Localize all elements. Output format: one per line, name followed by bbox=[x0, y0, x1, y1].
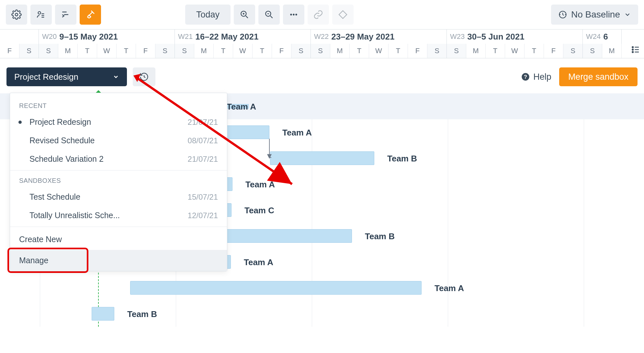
timeline-week-cell: W246 bbox=[583, 29, 622, 44]
dropdown-section-sandboxes: SANDBOXES bbox=[10, 172, 227, 188]
dropdown-create-new[interactable]: Create New bbox=[10, 229, 227, 250]
dropdown-divider bbox=[10, 227, 227, 227]
timeline-day-cell: S bbox=[447, 44, 466, 58]
timeline-day-cell: T bbox=[486, 44, 505, 58]
timeline-week-row: W209–15 May 2021 W2116–22 May 2021 W2223… bbox=[0, 29, 644, 44]
svg-point-8 bbox=[632, 47, 633, 48]
timeline-day-row: FSSMTWTFSSMTWTFSSMTWTFSSMTWTFSSM bbox=[0, 44, 644, 58]
indent-button[interactable] bbox=[55, 5, 76, 25]
settings-button[interactable] bbox=[6, 5, 27, 25]
indent-icon bbox=[61, 9, 71, 20]
timeline-day-cell: S bbox=[175, 44, 194, 58]
svg-text:?: ? bbox=[524, 74, 527, 80]
toc-button[interactable] bbox=[629, 43, 642, 56]
timeline-day-cell: S bbox=[563, 44, 583, 58]
timeline-day-cell: T bbox=[389, 44, 408, 58]
link-button[interactable] bbox=[308, 5, 329, 25]
timeline-day-cell: M bbox=[58, 44, 78, 58]
chevron-down-icon bbox=[113, 74, 119, 80]
people-button[interactable] bbox=[30, 5, 52, 25]
zoom-in-button[interactable] bbox=[234, 5, 255, 25]
timeline-day-cell: S bbox=[583, 44, 602, 58]
gantt-task-bar[interactable] bbox=[270, 151, 374, 165]
controls-left: Project Redesign RECENT Project Redesign… bbox=[6, 67, 155, 86]
timeline-day-cell: F bbox=[544, 44, 563, 58]
dropdown-item[interactable]: Totally Unrealistic Sche...12/07/21 bbox=[10, 206, 227, 225]
gantt-bar-label: Team B bbox=[365, 231, 395, 241]
timeline-day-cell: T bbox=[525, 44, 544, 58]
controls-right: ? Help Merge sandbox bbox=[521, 67, 638, 86]
milestone-button[interactable] bbox=[332, 5, 354, 25]
timeline-header: W209–15 May 2021 W2116–22 May 2021 W2223… bbox=[0, 29, 644, 58]
svg-point-6 bbox=[295, 14, 297, 15]
timeline-day-cell: M bbox=[602, 44, 622, 58]
dropdown-item[interactable]: Schedule Variation 221/07/21 bbox=[10, 150, 227, 168]
gantt-task-bar[interactable] bbox=[130, 281, 422, 295]
chevron-down-icon bbox=[624, 11, 631, 18]
dropdown-divider bbox=[10, 170, 227, 171]
timeline-day-cell: T bbox=[78, 44, 97, 58]
today-button[interactable]: Today bbox=[185, 5, 231, 25]
baseline-dropdown[interactable]: No Baseline bbox=[551, 5, 638, 25]
people-icon bbox=[36, 9, 46, 20]
project-dropdown-panel: RECENT Project Redesign21/07/21 Revised … bbox=[10, 93, 227, 271]
merge-sandbox-button[interactable]: Merge sandbox bbox=[559, 67, 638, 86]
timeline-day-cell: T bbox=[253, 44, 272, 58]
timeline-week-cell bbox=[0, 29, 39, 44]
timeline-day-cell: F bbox=[136, 44, 155, 58]
help-button[interactable]: ? Help bbox=[521, 72, 551, 82]
timeline-day-cell: T bbox=[214, 44, 233, 58]
help-icon: ? bbox=[521, 72, 530, 81]
dropdown-section-recent: RECENT bbox=[10, 98, 227, 113]
dropdown-item[interactable]: Revised Schedule08/07/21 bbox=[10, 131, 227, 150]
timeline-day-cell: W bbox=[505, 44, 525, 58]
gear-icon bbox=[11, 9, 22, 20]
history-button[interactable] bbox=[133, 67, 155, 86]
baseline-label: No Baseline bbox=[571, 9, 620, 20]
dropdown-item[interactable]: Test Schedule15/07/21 bbox=[10, 188, 227, 206]
gantt-bar-label: Team A bbox=[245, 180, 275, 190]
svg-point-9 bbox=[632, 49, 633, 50]
project-dropdown-label: Project Redesign bbox=[14, 72, 78, 82]
zoom-out-button[interactable] bbox=[258, 5, 280, 25]
timeline-week-cell: W2330–5 Jun 2021 bbox=[447, 29, 583, 44]
help-label: Help bbox=[533, 72, 551, 82]
gantt-bar-label: Team A bbox=[244, 257, 273, 267]
main-toolbar: Today No Baseline bbox=[0, 0, 644, 29]
more-icon bbox=[288, 9, 299, 20]
timeline-day-cell: S bbox=[39, 44, 58, 58]
svg-point-0 bbox=[15, 13, 18, 16]
svg-point-4 bbox=[290, 14, 292, 15]
timeline-day-cell: S bbox=[427, 44, 447, 58]
gantt-task-bar[interactable] bbox=[92, 307, 114, 321]
timeline-day-cell: W bbox=[369, 44, 389, 58]
gantt-bar-label: Team A bbox=[435, 283, 464, 293]
controls-row: Project Redesign RECENT Project Redesign… bbox=[0, 58, 644, 93]
timeline-day-cell: F bbox=[0, 44, 19, 58]
list-icon bbox=[631, 45, 640, 54]
timeline-day-cell: S bbox=[311, 44, 330, 58]
timeline-week-cell: W209–15 May 2021 bbox=[39, 29, 175, 44]
gantt-bar-label: Team B bbox=[127, 309, 157, 319]
toolbar-group-center: Today bbox=[185, 5, 354, 25]
timeline-day-cell: M bbox=[194, 44, 214, 58]
link-icon bbox=[313, 9, 323, 20]
dropdown-manage[interactable]: Manage bbox=[10, 250, 227, 271]
timeline-day-cell: T bbox=[350, 44, 369, 58]
timeline-week-cell: W2223–29 May 2021 bbox=[311, 29, 447, 44]
more-button[interactable] bbox=[283, 5, 304, 25]
timeline-week-cell: W2116–22 May 2021 bbox=[175, 29, 311, 44]
timeline-day-cell: S bbox=[19, 44, 39, 58]
project-dropdown-trigger[interactable]: Project Redesign bbox=[6, 67, 127, 86]
gantt-row: Team B bbox=[0, 301, 644, 327]
toolbar-group-left bbox=[6, 5, 101, 25]
dropdown-item[interactable]: Project Redesign21/07/21 bbox=[10, 113, 227, 131]
gantt-bar-label: Team A bbox=[282, 128, 312, 138]
history-icon bbox=[139, 72, 149, 82]
baseline-icon bbox=[558, 10, 567, 19]
svg-point-1 bbox=[38, 12, 41, 14]
timeline-day-cell: F bbox=[272, 44, 291, 58]
svg-point-10 bbox=[632, 52, 633, 53]
timeline-day-cell: S bbox=[155, 44, 175, 58]
dig-button[interactable] bbox=[80, 5, 101, 25]
